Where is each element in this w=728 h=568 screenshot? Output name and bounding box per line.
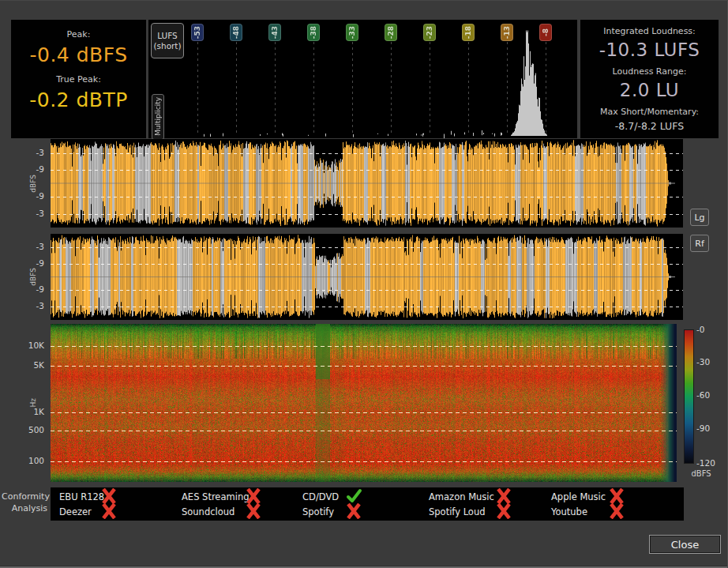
fail-x-icon bbox=[608, 503, 625, 519]
color-scale-tick-label: -90 bbox=[696, 423, 710, 433]
integrated-loudness-value: -10.3 LUFS bbox=[580, 39, 719, 60]
conformity-service-name: Spotify bbox=[302, 506, 343, 517]
waveform-axis-label: dBFS bbox=[29, 268, 37, 286]
peak-panel: Peak: -0.4 dBFS True Peak: -0.2 dBTP bbox=[11, 20, 146, 138]
spectrogram-freq-tick-label: 5K bbox=[14, 360, 44, 370]
lufs-scale-badge: -8 bbox=[539, 24, 552, 41]
conformity-service-name: Youtube bbox=[551, 506, 606, 517]
true-peak-value: -0.2 dBTP bbox=[11, 88, 146, 111]
peak-value: -0.4 dBFS bbox=[11, 43, 146, 66]
conformity-item: CD/DVD bbox=[302, 489, 362, 504]
spectrogram-freq-tick-label: 1K bbox=[14, 407, 44, 416]
loudness-analyzer-window: Peak: -0.4 dBFS True Peak: -0.2 dBTP -53… bbox=[0, 0, 728, 568]
histogram-unit-line1: LUFS bbox=[157, 31, 178, 41]
spectrogram-canvas bbox=[51, 324, 677, 482]
lufs-scale-badge: -43 bbox=[268, 24, 281, 41]
spectrogram-color-scale bbox=[684, 329, 694, 464]
waveform-axis-label-box: dBFS bbox=[27, 234, 39, 320]
lufs-scale-badge: -53 bbox=[191, 24, 204, 41]
fail-x-icon bbox=[245, 488, 262, 504]
pass-check-icon bbox=[345, 488, 362, 504]
spectrogram-freq-tick-label: 10K bbox=[14, 340, 44, 350]
waveform-axis-label-box: dBFS bbox=[27, 139, 39, 228]
waveform-canvas-right-channel bbox=[51, 234, 683, 320]
loudness-summary-panel: Integrated Loudness: -10.3 LUFS Loudness… bbox=[580, 20, 719, 138]
conformity-item: Apple Music bbox=[551, 489, 625, 504]
max-short-momentary-value: -8.7/-8.2 LUFS bbox=[580, 120, 719, 132]
conformity-item: AES Streaming bbox=[182, 489, 262, 504]
close-button[interactable]: Close bbox=[649, 535, 721, 554]
conformity-service-name: EBU R128 bbox=[59, 491, 99, 502]
conformity-service-name: Amazon Music bbox=[429, 491, 493, 502]
fail-x-icon bbox=[245, 503, 262, 519]
lufs-scale-badge: -23 bbox=[423, 24, 436, 41]
lufs-scale-badge: -18 bbox=[462, 24, 475, 41]
conformity-analysis-label: Conformity Analysis bbox=[2, 491, 47, 514]
lufs-scale-badge: -28 bbox=[385, 24, 397, 41]
conformity-item: Soundcloud bbox=[182, 504, 262, 519]
loudness-range-label: Loudness Range: bbox=[580, 66, 719, 77]
conformity-item: Spotify Loud bbox=[429, 504, 512, 519]
conformity-analysis-label-line1: Conformity bbox=[2, 491, 47, 502]
conformity-service-name: Apple Music bbox=[551, 491, 606, 502]
conformity-analysis-label-line2: Analysis bbox=[2, 502, 47, 514]
histogram-y-axis-label: Multiplicity bbox=[154, 97, 162, 136]
peak-label: Peak: bbox=[11, 29, 146, 39]
fail-x-icon bbox=[100, 488, 118, 504]
conformity-service-name: AES Streaming bbox=[182, 491, 243, 502]
channel-button-rf[interactable]: Rf bbox=[690, 235, 709, 252]
conformity-service-name: Spotify Loud bbox=[429, 506, 493, 517]
fail-x-icon bbox=[345, 503, 362, 519]
true-peak-label: True Peak: bbox=[11, 74, 146, 85]
color-scale-tick-label: -0 bbox=[696, 325, 704, 334]
histogram-y-axis-label-box: Multiplicity bbox=[152, 94, 164, 140]
max-short-momentary-label: Max Short/Momentary: bbox=[580, 107, 719, 117]
histogram-unit-line2: (short) bbox=[153, 41, 181, 51]
fail-x-icon bbox=[100, 503, 118, 519]
lufs-scale-badge: -48 bbox=[230, 24, 242, 41]
spectrogram-freq-tick-label: 100 bbox=[14, 456, 44, 465]
histogram-unit-label: LUFS (short) bbox=[151, 23, 184, 58]
spectrogram-freq-tick-label: 500 bbox=[14, 425, 44, 434]
channel-button-lg[interactable]: Lg bbox=[690, 209, 709, 226]
conformity-item: Amazon Music bbox=[429, 489, 512, 504]
color-scale-unit-label: dBFS bbox=[682, 469, 720, 478]
lufs-scale-badge: -38 bbox=[307, 24, 320, 41]
fail-x-icon bbox=[495, 488, 512, 504]
conformity-item: Spotify bbox=[302, 504, 362, 519]
lufs-scale-badge: -13 bbox=[501, 24, 513, 41]
conformity-item: Youtube bbox=[551, 504, 625, 519]
loudness-histogram-panel: -53-48-43-38-33-28-23-18-13-8 LUFS (shor… bbox=[148, 20, 577, 138]
lufs-scale-badge: -33 bbox=[346, 24, 358, 41]
waveform-canvas-left-channel bbox=[51, 139, 683, 228]
conformity-item: Deezer bbox=[59, 504, 118, 519]
color-scale-tick-label: -120 bbox=[696, 458, 715, 468]
fail-x-icon bbox=[608, 488, 625, 504]
conformity-service-name: CD/DVD bbox=[302, 491, 343, 502]
conformity-item: EBU R128 bbox=[59, 489, 118, 504]
color-scale-tick-label: -30 bbox=[696, 357, 710, 367]
waveform-axis-label: dBFS bbox=[29, 175, 37, 193]
integrated-loudness-label: Integrated Loudness: bbox=[580, 26, 719, 36]
conformity-analysis-panel: EBU R128AES StreamingCD/DVDAmazon MusicA… bbox=[51, 487, 684, 521]
color-scale-tick-label: -60 bbox=[696, 390, 710, 400]
loudness-range-value: 2.0 LU bbox=[580, 80, 719, 100]
conformity-service-name: Deezer bbox=[59, 506, 99, 517]
conformity-service-name: Soundcloud bbox=[182, 506, 243, 517]
fail-x-icon bbox=[495, 503, 512, 519]
